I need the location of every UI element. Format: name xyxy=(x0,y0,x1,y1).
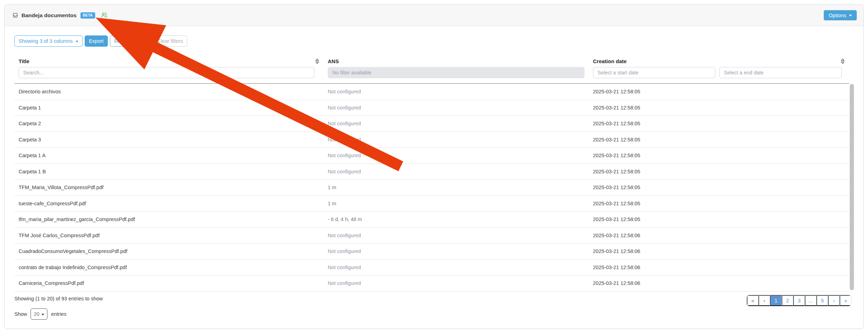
reverse-filters-button[interactable]: Reverse filters xyxy=(110,35,151,47)
entries-label: entries xyxy=(51,311,66,317)
cell-ans: Not configured xyxy=(324,148,589,164)
ans-filter-disabled-input xyxy=(328,67,585,78)
cell-ans: Not configured xyxy=(324,132,589,148)
pagination-page-2[interactable]: 2 xyxy=(782,295,793,306)
table-row[interactable]: Carpeta 1Not configured2025-03-21 12:58:… xyxy=(14,100,849,116)
cell-title: TFM José Carlos_CompressPdf.pdf xyxy=(14,228,324,244)
cell-creation-date: 2025-03-21 12:58:05 xyxy=(589,116,849,132)
cell-creation-date: 2025-03-21 12:58:06 xyxy=(589,228,849,244)
cell-title: Carpeta 3 xyxy=(14,132,324,148)
table-row[interactable]: tueste-cafe_CompressPdf.pdf1 m2025-03-21… xyxy=(14,196,849,212)
cell-title: tueste-cafe_CompressPdf.pdf xyxy=(14,196,324,212)
cell-ans: Not configured xyxy=(324,228,589,244)
sort-icon[interactable] xyxy=(315,58,319,64)
table-row[interactable]: tfm_maria_pilar_martinez_garcia_Compress… xyxy=(14,212,849,228)
cell-creation-date: 2025-03-21 12:58:05 xyxy=(589,164,849,180)
cell-title: TFM_Maria_Villota_CompressPdf.pdf xyxy=(14,180,324,195)
title-search-input[interactable] xyxy=(19,67,314,78)
beta-badge: BETA xyxy=(80,12,95,19)
cell-creation-date: 2025-03-21 12:58:05 xyxy=(589,84,849,100)
entries-summary: Showing (1 to 20) of 93 entries to show xyxy=(14,296,103,301)
document-inbox-card: Bandeja documentos BETA Options Showing … xyxy=(4,4,864,329)
cell-title: CuadradoConsumoVegetales_CompressPdf.pdf xyxy=(14,244,324,259)
cell-ans: 1 m xyxy=(324,180,589,195)
column-header-title[interactable]: Title xyxy=(14,56,324,66)
column-header-ans: ANS xyxy=(324,56,589,66)
table-row[interactable]: CuadradoConsumoVegetales_CompressPdf.pdf… xyxy=(14,244,849,260)
table-toolbar: Showing 3 of 3 columns Export Reverse fi… xyxy=(14,35,187,47)
cell-title: Carniceria_CompressPdf.pdf xyxy=(14,275,324,291)
table-scrollbar[interactable] xyxy=(850,84,854,290)
cell-title: contrato de trabajo Indefinido_CompressP… xyxy=(14,260,324,275)
pagination-page-1[interactable]: 1 xyxy=(770,295,782,306)
pagination-next[interactable]: › xyxy=(828,295,840,306)
cell-creation-date: 2025-03-21 12:58:05 xyxy=(589,212,849,227)
cell-ans: 1 m xyxy=(324,196,589,212)
card-header: Bandeja documentos BETA Options xyxy=(5,5,863,26)
chevron-down-icon xyxy=(76,41,78,42)
table-row[interactable]: TFM José Carlos_CompressPdf.pdfNot confi… xyxy=(14,228,849,244)
cell-creation-date: 2025-03-21 12:58:06 xyxy=(589,275,849,291)
start-date-input[interactable] xyxy=(593,67,715,78)
end-date-input[interactable] xyxy=(719,67,842,78)
table-filter-row xyxy=(14,67,849,78)
cell-creation-date: 2025-03-21 12:58:06 xyxy=(589,260,849,275)
inbox-icon xyxy=(12,12,18,18)
cell-creation-date: 2025-03-21 12:58:05 xyxy=(589,100,849,116)
cell-ans: Not configured xyxy=(324,275,589,291)
export-button[interactable]: Export xyxy=(85,35,108,47)
table-body: Directorio archivosNot configured2025-03… xyxy=(14,83,849,292)
cell-ans: Not configured xyxy=(324,260,589,275)
cell-title: Carpeta 2 xyxy=(14,116,324,132)
cell-title: Carpeta 1 A xyxy=(14,148,324,164)
pagination-prev: ‹ xyxy=(758,295,770,306)
pagination-ellipsis: ... xyxy=(805,295,816,306)
cell-creation-date: 2025-03-21 12:58:05 xyxy=(589,196,849,212)
chevron-down-icon xyxy=(41,314,44,315)
clear-filters-button: Clear filters xyxy=(153,35,187,47)
columns-visibility-button[interactable]: Showing 3 of 3 columns xyxy=(14,35,83,47)
pagination-first: « xyxy=(747,295,758,306)
table-row[interactable]: Carpeta 2Not configured2025-03-21 12:58:… xyxy=(14,116,849,132)
pagination: «‹123...5›» xyxy=(746,295,851,306)
page-size-control: Show 20 entries xyxy=(14,308,66,320)
cell-creation-date: 2025-03-21 12:58:06 xyxy=(589,244,849,259)
cell-creation-date: 2025-03-21 12:58:05 xyxy=(589,148,849,164)
cell-creation-date: 2025-03-21 12:58:05 xyxy=(589,132,849,148)
users-icon[interactable] xyxy=(100,12,108,19)
table-row[interactable]: Carpeta 3Not configured2025-03-21 12:58:… xyxy=(14,132,849,148)
table-row[interactable]: TFM_Maria_Villota_CompressPdf.pdf1 m2025… xyxy=(14,180,849,196)
table-row[interactable]: contrato de trabajo Indefinido_CompressP… xyxy=(14,260,849,276)
table-row[interactable]: Carpeta 1 ANot configured2025-03-21 12:5… xyxy=(14,148,849,164)
page-title: Bandeja documentos xyxy=(21,12,77,19)
table-row[interactable]: Carniceria_CompressPdf.pdfNot configured… xyxy=(14,275,849,292)
chevron-down-icon xyxy=(849,15,852,16)
page-size-dropdown[interactable]: 20 xyxy=(31,308,47,320)
pagination-page-3[interactable]: 3 xyxy=(793,295,805,306)
cell-title: Carpeta 1 B xyxy=(14,164,324,180)
cell-title: Carpeta 1 xyxy=(14,100,324,116)
cell-ans: Not configured xyxy=(324,100,589,116)
options-button[interactable]: Options xyxy=(824,10,857,20)
table-header-row: Title ANS Creation date xyxy=(14,56,849,66)
cell-creation-date: 2025-03-21 12:58:05 xyxy=(589,180,849,195)
pagination-last[interactable]: » xyxy=(840,295,851,306)
cell-ans: Not configured xyxy=(324,244,589,259)
cell-ans: Not configured xyxy=(324,84,589,100)
show-label: Show xyxy=(14,311,27,317)
cell-title: tfm_maria_pilar_martinez_garcia_Compress… xyxy=(14,212,324,227)
table-row[interactable]: Directorio archivosNot configured2025-03… xyxy=(14,84,849,100)
pagination-page-5[interactable]: 5 xyxy=(816,295,828,306)
cell-ans: - 6 d, 4 h, 48 m xyxy=(324,212,589,227)
sort-icon[interactable] xyxy=(841,58,845,64)
cell-title: Directorio archivos xyxy=(14,84,324,100)
cell-ans: Not configured xyxy=(324,164,589,180)
cell-ans: Not configured xyxy=(324,116,589,132)
table-row[interactable]: Carpeta 1 BNot configured2025-03-21 12:5… xyxy=(14,164,849,180)
column-header-creation-date[interactable]: Creation date xyxy=(589,56,849,66)
